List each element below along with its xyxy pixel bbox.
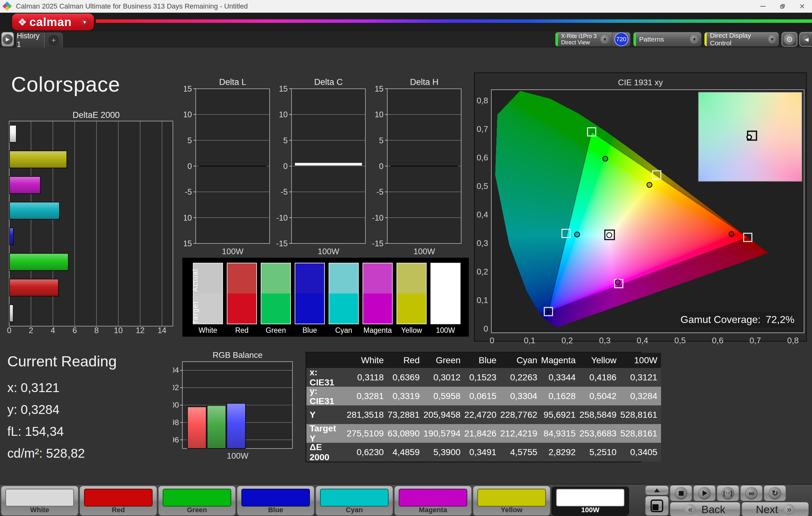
transport-range-button[interactable]: [··] — [717, 485, 739, 501]
cie-y-tick: 0,8 — [477, 96, 488, 105]
pattern-button-white[interactable]: White — [1, 486, 78, 516]
transport-play-button[interactable] — [693, 485, 716, 501]
collapse-panel-button[interactable]: ◀ — [799, 32, 812, 47]
display-control-label: Direct Display Control — [710, 32, 768, 47]
collapse-pattern-bar-button[interactable] — [645, 486, 669, 495]
minimize-button[interactable] — [753, 0, 773, 13]
actual-label: Actual — [191, 269, 200, 292]
table-cell: 0,3319 — [387, 387, 424, 405]
table-cell: 190,5794 — [424, 424, 464, 443]
pattern-color-swatch — [241, 489, 310, 507]
calman-menu-button[interactable]: ❖ calman ▼ — [12, 13, 94, 30]
pattern-button-yellow[interactable]: Yellow — [473, 486, 550, 516]
close-button[interactable]: × — [792, 0, 812, 13]
delta-e-bar-yellow — [9, 151, 67, 168]
delta-e-bar-green — [9, 253, 68, 271]
chevron-double-left-icon: « — [685, 504, 696, 515]
next-button[interactable]: Next » — [742, 502, 809, 516]
patterns-dropdown[interactable]: Patterns ▼ — [633, 32, 702, 47]
gamut-coverage-value: 72,2% — [766, 314, 794, 326]
swatch-red — [227, 263, 257, 324]
svg-text:5: 5 — [283, 136, 288, 145]
swatch-column-magenta: Magenta — [362, 263, 393, 337]
svg-text:2: 2 — [29, 326, 33, 333]
pattern-bar: WhiteRedGreenBlueCyanMagentaYellow100W [… — [0, 484, 812, 516]
cie-x-tick: 0 — [490, 336, 494, 345]
expand-workflow-button[interactable]: ▶ — [1, 32, 14, 47]
back-button[interactable]: « Back — [670, 502, 740, 516]
swatch-label: White — [193, 326, 223, 335]
actual-target-swatch-strip: Actual Target WhiteRedGreenBlueCyanMagen… — [182, 258, 469, 337]
patterns-label: Patterns — [639, 35, 664, 43]
tab-history-1[interactable]: History 1 — [17, 33, 45, 48]
restore-button[interactable] — [773, 0, 792, 13]
table-cell: 0,3405 — [620, 443, 661, 461]
pattern-button-red[interactable]: Red — [80, 486, 157, 516]
rainbow-gradient-bar — [96, 19, 812, 23]
table-cell: 84,9315 — [541, 424, 580, 443]
gamut-coverage-label: Gamut Coverage: — [680, 314, 761, 326]
cie-y-tick: 0,5 — [477, 181, 488, 191]
rgb-balance-chart: RGB Balance1041021009896100W — [173, 350, 301, 465]
meter-badge-cell[interactable]: 720 — [612, 32, 630, 46]
swatch-yellow — [397, 263, 427, 324]
pattern-button-magenta[interactable]: Magenta — [394, 486, 472, 516]
display-control-status-bar — [704, 32, 707, 46]
svg-text:0: 0 — [7, 326, 11, 333]
table-row-label: y: CIE31 — [307, 387, 347, 405]
swatch-column-blue: Blue — [295, 263, 325, 337]
transport-refresh-button[interactable]: ↻ — [764, 485, 786, 501]
table-row-label: ΔE 2000 — [307, 443, 347, 461]
table-cell: 4,5755 — [500, 443, 541, 461]
cie-y-tick: 0 — [484, 324, 488, 334]
svg-text:RGB Balance: RGB Balance — [212, 350, 263, 360]
app-icon — [3, 2, 11, 10]
transport-stop-button[interactable] — [670, 485, 692, 501]
chevron-down-icon: ▼ — [601, 35, 609, 44]
pattern-color-swatch — [320, 489, 388, 507]
pattern-window-button[interactable] — [645, 496, 669, 516]
swatch-blue — [295, 263, 325, 324]
plus-icon: + — [48, 35, 59, 45]
cie-x-tick: 0,1 — [524, 336, 535, 345]
delta-e-bar-100w — [9, 305, 13, 322]
window-title: Calman 2025 Calman Ultimate for Business… — [16, 2, 248, 10]
cie-chart-title: CIE 1931 xy — [475, 78, 806, 88]
current-reading-title: Current Reading — [7, 353, 117, 370]
add-tab-button[interactable]: + — [45, 33, 63, 48]
table-row-label: x: CIE31 — [307, 368, 347, 387]
delta-lch-charts: Delta L151050-5-10-15100WDelta C151050-5… — [184, 76, 469, 261]
svg-text:Delta L: Delta L — [219, 77, 246, 87]
table-cell: 528,8161 — [620, 405, 661, 424]
svg-text:100W: 100W — [414, 247, 435, 256]
table-cell: 275,5109 — [347, 424, 387, 443]
play-icon — [698, 487, 711, 499]
table-header-White: White — [347, 353, 387, 368]
restore-icon — [780, 4, 785, 8]
pattern-button-label: White — [1, 506, 78, 514]
cie-x-tick: 0,4 — [637, 336, 648, 345]
table-header-Red: Red — [387, 353, 424, 368]
svg-text:-10: -10 — [372, 213, 383, 222]
delta-e-bar-white — [9, 125, 16, 142]
table-cell: 528,8161 — [620, 424, 661, 443]
pattern-button-blue[interactable]: Blue — [237, 486, 314, 516]
back-label: Back — [701, 503, 725, 516]
table-cell: 205,9458 — [424, 405, 464, 424]
swatch-100w — [430, 263, 461, 324]
delta-e-bar-blue — [9, 228, 13, 245]
table-header-Green: Green — [424, 353, 464, 368]
pattern-button-green[interactable]: Green — [158, 486, 236, 516]
pattern-button-100w[interactable]: 100W — [552, 486, 629, 516]
display-control-dropdown[interactable]: Direct Display Control ▼ — [704, 32, 779, 47]
swatch-magenta — [362, 263, 393, 324]
delta-e-bar-magenta — [9, 177, 40, 194]
pattern-button-cyan[interactable]: Cyan — [316, 486, 393, 516]
settings-button[interactable]: ⚙ — [782, 32, 798, 47]
table-cell: 253,6683 — [580, 424, 620, 443]
transport-loop-button[interactable]: ∞ — [740, 485, 762, 501]
meter-dropdown[interactable]: X-Rite i1Pro 3 Direct View ▼ 720 — [555, 32, 631, 47]
svg-text:6: 6 — [72, 326, 77, 333]
cie-y-tick: 0,7 — [477, 124, 488, 134]
cie-x-tick: 0,5 — [674, 336, 686, 345]
